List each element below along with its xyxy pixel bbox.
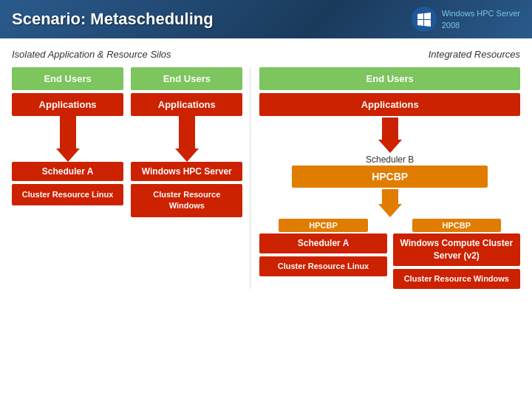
windows-logo-icon xyxy=(411,6,437,33)
integrated-arrow-head-1 xyxy=(378,140,402,153)
integrated-applications: Applications xyxy=(259,93,520,116)
col2-arrow-shaft xyxy=(179,116,195,149)
col2-arrow xyxy=(175,116,199,162)
scheduler-b-wrapper: Scheduler B HPCBP xyxy=(292,154,487,188)
isolated-label: Isolated Application & Resource Silos xyxy=(12,49,171,60)
integrated-sub-columns: HPCBP Scheduler A Cluster Resource Linux… xyxy=(259,219,520,289)
col1-scheduler: Scheduler A xyxy=(12,162,123,181)
section-labels: Isolated Application & Resource Silos In… xyxy=(12,49,520,60)
scheduler-b-label: Scheduler B xyxy=(366,154,414,165)
col1-resource: Cluster Resource Linux xyxy=(12,184,123,205)
sub2-resource: Cluster Resource Windows xyxy=(393,269,520,289)
integrated-arrow-head-2 xyxy=(378,204,402,217)
col2-arrow-head xyxy=(175,149,199,162)
page-title: Scenario: Metascheduling xyxy=(12,10,214,29)
sub2-hpcbp: HPCBP xyxy=(412,219,502,232)
col1-arrow xyxy=(56,116,80,162)
isolated-section: End Users Applications Scheduler A Clust… xyxy=(12,67,250,289)
sub1-hpcbp: HPCBP xyxy=(279,219,368,232)
integrated-sub-col-2: HPCBP Windows Compute Cluster Server (v2… xyxy=(393,219,520,289)
integrated-sub-col-1: HPCBP Scheduler A Cluster Resource Linux xyxy=(259,219,386,289)
hpc-logo-text: Windows HPC Server 2008 xyxy=(442,7,520,30)
diagram-layout: End Users Applications Scheduler A Clust… xyxy=(12,67,520,289)
integrated-section: End Users Applications Scheduler B HPCBP xyxy=(250,67,520,289)
hpc-logo: Windows HPC Server 2008 xyxy=(411,6,520,33)
sub1-resource: Cluster Resource Linux xyxy=(259,256,386,276)
main-content: Isolated Application & Resource Silos In… xyxy=(0,38,532,399)
integrated-end-users: End Users xyxy=(259,67,520,90)
scheduler-b-box: HPCBP xyxy=(292,166,487,188)
col2-scheduler: Windows HPC Server xyxy=(131,162,242,181)
col1-end-users: End Users xyxy=(12,67,123,90)
integrated-arrow-shaft-1 xyxy=(382,117,398,140)
isolated-col-1: End Users Applications Scheduler A Clust… xyxy=(12,67,123,289)
col2-applications: Applications xyxy=(131,93,242,116)
header: Scenario: Metascheduling Windows HPC Ser… xyxy=(0,0,532,38)
col1-arrow-shaft xyxy=(60,116,76,149)
col1-applications: Applications xyxy=(12,93,123,116)
sub1-scheduler: Scheduler A xyxy=(259,233,386,253)
integrated-arrow-shaft-2 xyxy=(382,189,398,204)
col2-resource: Cluster Resource Windows xyxy=(131,184,242,217)
integrated-arrow-1 xyxy=(378,117,402,153)
col2-end-users: End Users xyxy=(131,67,242,90)
integrated-label: Integrated Resources xyxy=(429,49,520,60)
col1-arrow-head xyxy=(56,149,80,162)
isolated-col-2: End Users Applications Windows HPC Serve… xyxy=(131,67,242,289)
integrated-arrow-2 xyxy=(378,189,402,217)
sub2-scheduler: Windows Compute Cluster Server (v2) xyxy=(393,233,520,266)
